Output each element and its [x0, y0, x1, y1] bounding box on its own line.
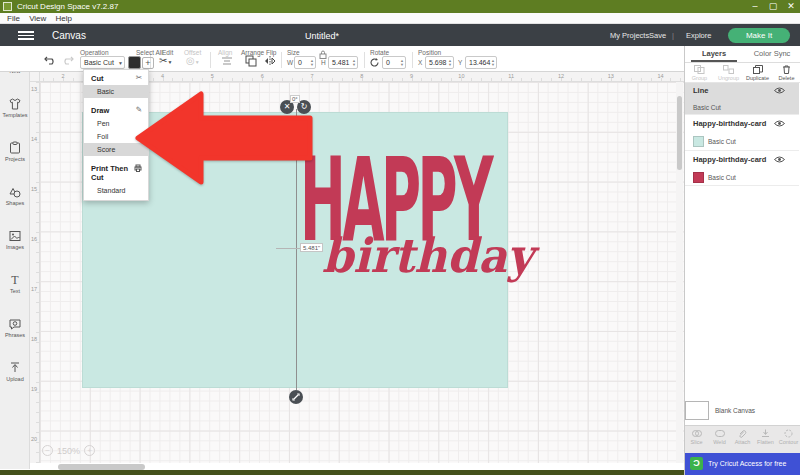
- layer-row-line[interactable]: Line Basic Cut: [685, 83, 799, 114]
- weld-icon: [715, 429, 725, 438]
- attach-button: Attach: [731, 429, 754, 445]
- stepper[interactable]: ▲▼: [352, 59, 356, 67]
- image-icon: [8, 229, 22, 243]
- eye-icon[interactable]: [774, 87, 785, 94]
- layers-panel: Layers Color Sync Group Ungroup Duplicat…: [684, 46, 800, 475]
- ruler-number: 6: [261, 73, 264, 79]
- zoom-out-icon[interactable]: −: [42, 445, 53, 456]
- blank-canvas-row[interactable]: Blank Canvas: [685, 401, 799, 427]
- eye-icon[interactable]: [774, 156, 785, 163]
- y-position-input[interactable]: 13.464 ▲▼: [465, 56, 497, 69]
- eye-icon[interactable]: [774, 120, 785, 127]
- ruler-number: 19: [31, 386, 37, 392]
- redo-icon: [61, 53, 74, 65]
- my-projects-link[interactable]: My Projects: [610, 31, 649, 40]
- rotate-icon[interactable]: [369, 57, 380, 68]
- sidebar-item-shapes[interactable]: Shapes: [0, 184, 30, 224]
- shapes-icon: [8, 185, 22, 199]
- close-icon[interactable]: ✕: [784, 0, 798, 13]
- width-label: W: [287, 59, 293, 66]
- flip-icon[interactable]: [264, 55, 278, 67]
- operation-color-swatch[interactable]: [128, 56, 141, 69]
- operation-select[interactable]: Basic Cut ▼: [80, 56, 125, 69]
- left-sidebar: New Templates Projects Shapes Images T T…: [0, 46, 30, 469]
- sidebar-item-text[interactable]: T Text: [0, 272, 30, 312]
- window-bottom-edge: [0, 470, 684, 475]
- stepper[interactable]: ▲▼: [448, 59, 452, 67]
- sidebar-item-templates[interactable]: Templates: [0, 96, 30, 136]
- duplicate-button[interactable]: Duplicate: [743, 65, 772, 81]
- group-button: Group: [685, 65, 714, 81]
- x-position-input[interactable]: 5.698 ▲▼: [425, 56, 454, 69]
- cricut-logo-icon: Ɔ: [690, 457, 703, 470]
- delete-button[interactable]: Delete: [772, 65, 800, 81]
- scissors-icon: ✂: [136, 73, 142, 82]
- maximize-icon[interactable]: ▢: [766, 0, 780, 13]
- group-icon: [694, 65, 705, 74]
- sidebar-item-phrases[interactable]: Phrases: [0, 316, 30, 356]
- stepper[interactable]: ▲▼: [491, 59, 495, 67]
- width-input[interactable]: 0 ▲▼: [294, 56, 316, 69]
- explore-link[interactable]: Explore: [686, 31, 711, 40]
- birthday-script-text[interactable]: birthday: [322, 228, 533, 283]
- save-link[interactable]: Save: [649, 31, 666, 40]
- height-label: H: [321, 59, 326, 66]
- select-all-button[interactable]: +: [142, 57, 154, 69]
- layer-color-swatch: [693, 136, 704, 147]
- ruler-number: 4: [161, 73, 164, 79]
- cricut-access-banner[interactable]: Ɔ Try Cricut Access for free: [685, 453, 800, 475]
- offset-icon: ◎▼: [186, 55, 200, 66]
- minimize-icon[interactable]: –: [748, 0, 762, 13]
- menu-help[interactable]: Help: [56, 13, 72, 24]
- tshirt-icon: [8, 97, 22, 111]
- menu-view[interactable]: View: [29, 13, 46, 24]
- slice-button: Slice: [685, 429, 708, 445]
- blank-canvas-label: Blank Canvas: [715, 407, 755, 414]
- arrange-icon[interactable]: [245, 55, 257, 67]
- stepper[interactable]: ▲▼: [310, 59, 314, 67]
- resize-handle-icon[interactable]: [289, 390, 303, 404]
- ruler-number: 13: [31, 86, 37, 92]
- zoom-control: − 150% +: [42, 445, 95, 456]
- ungroup-icon: [723, 65, 734, 74]
- undo-icon[interactable]: [44, 53, 57, 65]
- x-label: X: [418, 59, 422, 66]
- blank-canvas-swatch[interactable]: [685, 401, 709, 420]
- y-label: Y: [458, 59, 462, 66]
- tab-color-sync[interactable]: Color Sync: [743, 46, 800, 62]
- stepper[interactable]: ▲▼: [400, 59, 404, 67]
- rotate-label: Rotate: [370, 49, 389, 56]
- position-label: Position: [418, 49, 441, 56]
- ruler-corner: [30, 72, 40, 82]
- canvas-view-label: Canvas: [52, 30, 86, 41]
- edit-scissors-icon[interactable]: ✂▼: [159, 55, 172, 66]
- ruler-number: 17: [31, 286, 37, 292]
- sidebar-item-projects[interactable]: Projects: [0, 140, 30, 180]
- lock-icon[interactable]: [319, 50, 327, 59]
- ruler-number: 14: [31, 136, 37, 142]
- chevron-down-icon: ▼: [118, 60, 123, 66]
- ruler-number: 2: [61, 73, 64, 79]
- banner-text: Try Cricut Access for free: [708, 460, 786, 467]
- align-icon: [221, 55, 233, 67]
- make-it-button[interactable]: Make It: [728, 28, 790, 43]
- vertical-scrollbar-thumb[interactable]: [677, 96, 682, 170]
- sidebar-item-images[interactable]: Images: [0, 228, 30, 268]
- duplicate-icon: [753, 65, 763, 74]
- ruler-number: 20: [31, 436, 37, 442]
- layer-row-happy-birthday-card-2[interactable]: Happy-birthday-card Basic Cut: [685, 152, 799, 185]
- hamburger-menu-icon[interactable]: [18, 31, 34, 40]
- height-input[interactable]: 5.481 ▲▼: [328, 56, 358, 69]
- ruler-number: 16: [31, 236, 37, 242]
- measure-line: [276, 248, 300, 249]
- flatten-icon: [761, 429, 770, 438]
- layer-row-happy-birthday-card-1[interactable]: Happy-birthday-card Basic Cut: [685, 116, 799, 149]
- rotate-input[interactable]: 0 ▲▼: [382, 56, 406, 69]
- header-divider: |: [672, 31, 674, 40]
- header-bar: Canvas Untitled* My Projects Save | Expl…: [0, 24, 800, 46]
- ruler-number: 14: [658, 73, 664, 79]
- sidebar-item-upload[interactable]: Upload: [0, 360, 30, 400]
- menu-file[interactable]: File: [7, 13, 20, 24]
- zoom-in-icon[interactable]: +: [84, 445, 95, 456]
- ruler-number: 13: [608, 73, 614, 79]
